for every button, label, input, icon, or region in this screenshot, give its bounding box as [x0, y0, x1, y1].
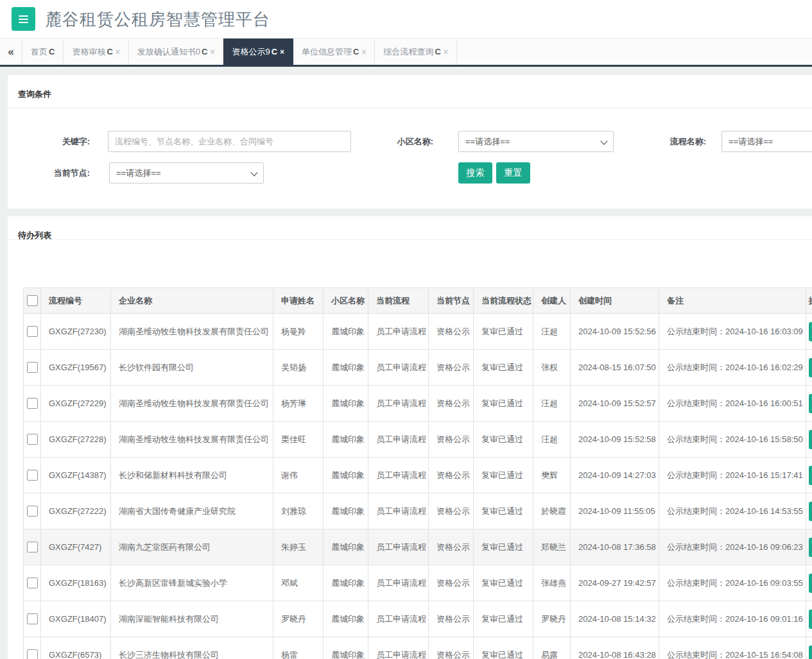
- tab-item-3[interactable]: 资格公示9C×: [223, 39, 293, 65]
- select-all-checkbox[interactable]: [27, 295, 38, 306]
- row-action-button[interactable]: [809, 502, 812, 521]
- tab-item-4[interactable]: 单位信息管理C×: [293, 39, 375, 65]
- cell-node: 资格公示: [429, 637, 474, 659]
- row-action-cell: [806, 386, 812, 422]
- tab-refresh-icon[interactable]: C: [435, 47, 440, 56]
- row-action-button[interactable]: [809, 574, 812, 593]
- row-action-button[interactable]: [809, 430, 812, 449]
- cell-created: 2024-08-15 16:07:50: [571, 350, 659, 386]
- table-header-row: 流程编号企业名称申请姓名小区名称当前流程当前节点当前流程状态创建人创建时间备注操…: [24, 288, 812, 314]
- row-action-cell: [806, 565, 812, 601]
- cell-company: 长沙高新区雷锋新城实验小学: [111, 565, 273, 601]
- todo-panel: 待办列表 流程编号企业名称申请姓名小区名称当前流程当前节点当前流程状态创建人创建…: [8, 216, 812, 659]
- tab-refresh-icon[interactable]: C: [107, 47, 112, 56]
- row-checkbox[interactable]: [27, 506, 38, 517]
- row-checkbox-cell: [24, 493, 41, 529]
- row-action-cell: [806, 314, 812, 350]
- search-button[interactable]: 搜索: [458, 162, 492, 184]
- row-action-button[interactable]: [809, 394, 812, 413]
- table-row: GXGZF(27229)湖南圣维动牧生物科技发展有限责任公司杨芳琳麓城印象员工申…: [24, 386, 812, 422]
- row-checkbox[interactable]: [27, 542, 38, 552]
- cell-community: 麓城印象: [324, 637, 368, 659]
- row-action-cell: [806, 529, 812, 565]
- row-checkbox[interactable]: [27, 326, 38, 337]
- tab-refresh-icon[interactable]: C: [272, 47, 277, 56]
- cell-id: GXGZF(18407): [41, 601, 111, 637]
- cell-applicant: 吴韬扬: [273, 350, 324, 386]
- row-checkbox[interactable]: [27, 434, 38, 445]
- community-label: 小区名称:: [305, 131, 433, 152]
- reset-button[interactable]: 重置: [496, 162, 530, 184]
- collapse-tabs-button[interactable]: «: [0, 39, 22, 65]
- cell-company: 湖南圣维动牧生物科技发展有限责任公司: [111, 386, 273, 422]
- column-header: 创建时间: [571, 288, 659, 314]
- row-checkbox[interactable]: [27, 470, 38, 481]
- row-checkbox[interactable]: [27, 578, 38, 588]
- cell-id: GXGZF(19567): [41, 350, 111, 386]
- tab-item-2[interactable]: 发放确认通知书0C×: [129, 39, 224, 65]
- tab-label: 首页: [31, 46, 48, 58]
- cell-community: 麓城印象: [324, 493, 368, 529]
- tab-item-5[interactable]: 综合流程查询C×: [375, 39, 456, 65]
- row-action-cell: [806, 350, 812, 386]
- cell-node: 资格公示: [429, 386, 474, 422]
- cell-remark: 公示结束时间：2024-10-16 09:06:23: [659, 529, 806, 565]
- cell-remark: 公示结束时间：2024-10-15 16:54:08: [659, 637, 806, 659]
- table-row: GXGZF(27222)湖南省大国传奇健康产业研究院刘雅琼麓城印象员工申请流程资…: [24, 493, 812, 529]
- todo-table: 流程编号企业名称申请姓名小区名称当前流程当前节点当前流程状态创建人创建时间备注操…: [23, 287, 812, 659]
- tab-refresh-icon[interactable]: C: [353, 47, 359, 56]
- cell-company: 湖南圣维动牧生物科技发展有限责任公司: [111, 422, 273, 458]
- current-node-select-value: ==请选择==: [116, 167, 160, 179]
- column-header: 操作: [806, 288, 812, 314]
- cell-status: 复审已通过: [474, 422, 533, 458]
- tab-close-icon[interactable]: ×: [210, 47, 214, 56]
- hamburger-icon: [19, 15, 28, 23]
- tab-close-icon[interactable]: ×: [361, 47, 366, 56]
- cell-remark: 公示结束时间：2024-10-16 16:00:51: [659, 386, 806, 422]
- cell-community: 麓城印象: [324, 529, 368, 565]
- row-action-button[interactable]: [809, 610, 812, 629]
- row-action-button[interactable]: [809, 646, 812, 659]
- menu-button[interactable]: [12, 7, 35, 31]
- cell-applicant: 杨雷: [273, 637, 324, 659]
- row-checkbox[interactable]: [27, 398, 38, 409]
- cell-remark: 公示结束时间：2024-10-16 15:17:41: [659, 458, 806, 493]
- column-header: 当前流程状态: [474, 288, 533, 314]
- cell-status: 复审已通过: [474, 386, 533, 422]
- community-select-value: ==请选择==: [465, 136, 510, 148]
- cell-id: GXGZF(27228): [41, 422, 111, 458]
- tab-refresh-icon[interactable]: C: [202, 47, 207, 56]
- tab-item-0[interactable]: 首页C: [22, 39, 64, 65]
- current-node-select[interactable]: ==请选择==: [109, 162, 264, 184]
- row-action-button[interactable]: [809, 358, 812, 377]
- cell-community: 麓城印象: [324, 350, 368, 386]
- cell-status: 复审已通过: [474, 601, 533, 637]
- cell-id: GXGZF(27229): [41, 386, 111, 422]
- cell-node: 资格公示: [429, 529, 474, 565]
- tab-item-1[interactable]: 资格审核C×: [64, 39, 128, 65]
- row-checkbox-cell: [24, 422, 41, 458]
- row-checkbox-cell: [24, 458, 41, 493]
- tab-close-icon[interactable]: ×: [444, 47, 448, 56]
- row-checkbox[interactable]: [27, 649, 38, 659]
- row-action-button[interactable]: [809, 466, 812, 485]
- row-action-button[interactable]: [809, 538, 812, 557]
- tab-label: 资格审核: [72, 46, 105, 58]
- tab-close-icon[interactable]: ×: [280, 47, 284, 56]
- cell-community: 麓城印象: [324, 601, 368, 637]
- row-action-cell: [806, 422, 812, 458]
- cell-id: GXGZF(14387): [41, 458, 111, 493]
- row-checkbox[interactable]: [27, 613, 38, 624]
- cell-remark: 公示结束时间：2024-10-16 16:03:09: [659, 314, 806, 350]
- cell-flow: 员工申请流程: [368, 314, 429, 350]
- cell-flow: 员工申请流程: [368, 386, 429, 422]
- tab-refresh-icon[interactable]: C: [49, 47, 55, 56]
- flow-name-select-value: ==请选择==: [729, 136, 773, 148]
- cell-created: 2024-10-08 15:14:32: [571, 601, 659, 637]
- table-row: GXGZF(18163)长沙高新区雷锋新城实验小学邓斌麓城印象员工申请流程资格公…: [24, 565, 812, 601]
- tab-list: 首页C资格审核C×发放确认通知书0C×资格公示9C×单位信息管理C×综合流程查询…: [22, 39, 457, 65]
- tab-close-icon[interactable]: ×: [116, 47, 120, 56]
- row-checkbox[interactable]: [27, 362, 38, 373]
- flow-name-select[interactable]: ==请选择==: [721, 131, 812, 152]
- row-action-button[interactable]: [809, 322, 812, 341]
